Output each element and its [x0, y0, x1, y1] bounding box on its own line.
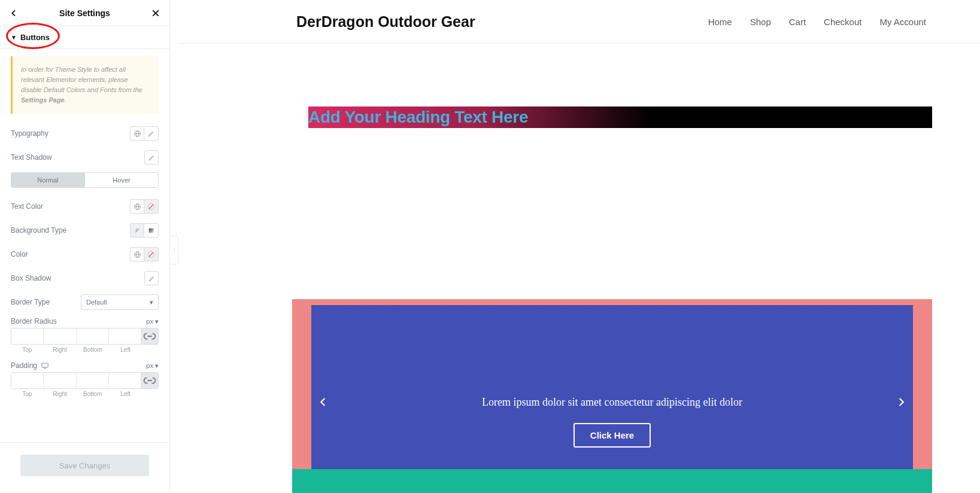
- tab-normal[interactable]: Normal: [11, 173, 84, 187]
- border-type-select[interactable]: Default ▾: [81, 294, 159, 310]
- border-radius-left[interactable]: [109, 328, 141, 344]
- padding-right[interactable]: [44, 373, 76, 388]
- slide-cta-button[interactable]: Click Here: [574, 423, 651, 448]
- main-nav: Home Shop Cart Checkout My Account: [708, 17, 926, 27]
- site-header: DerDragon Outdoor Gear Home Shop Cart Ch…: [180, 0, 980, 44]
- label-padding: Padding: [11, 361, 49, 370]
- tab-hover[interactable]: Hover: [84, 173, 158, 187]
- padding-bottom[interactable]: [77, 373, 109, 388]
- collapse-panel-handle[interactable]: [170, 236, 178, 264]
- globe-icon[interactable]: [130, 247, 144, 261]
- label-color: Color: [11, 250, 28, 258]
- nav-checkout[interactable]: Checkout: [824, 17, 861, 27]
- label-text-color: Text Color: [11, 202, 43, 211]
- border-radius-inputs: [11, 328, 159, 345]
- panel-header: Site Settings: [0, 0, 169, 26]
- link-values-toggle[interactable]: [141, 373, 158, 388]
- svg-rect-8: [149, 228, 154, 233]
- back-button[interactable]: [8, 8, 19, 19]
- preview-area: DerDragon Outdoor Gear Home Shop Cart Ch…: [180, 0, 980, 493]
- heading-widget[interactable]: Add Your Heading Text Here: [308, 106, 932, 128]
- close-button[interactable]: [150, 8, 161, 19]
- desktop-icon[interactable]: [41, 362, 49, 369]
- bg-classic-button[interactable]: [130, 223, 144, 238]
- label-background-type: Background Type: [11, 226, 66, 235]
- link-values-toggle[interactable]: [141, 328, 158, 344]
- bg-gradient-button[interactable]: [144, 223, 159, 238]
- label-box-shadow: Box Shadow: [11, 274, 51, 282]
- caret-down-icon: ▼: [11, 34, 17, 41]
- color-picker[interactable]: [144, 247, 159, 261]
- slide[interactable]: Lorem ipsum dolor sit amet consectetur a…: [311, 305, 913, 469]
- save-button[interactable]: Save Changes: [20, 455, 149, 476]
- text-color-picker[interactable]: [144, 199, 159, 214]
- settings-panel: Site Settings ▼ Buttons In order for The…: [0, 0, 170, 493]
- edit-text-shadow-button[interactable]: [144, 150, 159, 165]
- globe-icon[interactable]: [130, 126, 144, 141]
- notice: In order for Theme Style to affect all r…: [11, 56, 159, 114]
- label-border-radius: Border Radius: [11, 317, 57, 325]
- padding-unit[interactable]: px ▾: [146, 362, 159, 370]
- nav-cart[interactable]: Cart: [789, 17, 806, 27]
- slide-text: Lorem ipsum dolor sit amet consectetur a…: [482, 396, 742, 409]
- label-text-shadow: Text Shadow: [11, 153, 52, 162]
- padding-inputs: [11, 372, 159, 389]
- chevron-down-icon: ▾: [150, 299, 153, 306]
- border-radius-bottom[interactable]: [77, 328, 109, 344]
- edit-box-shadow-button[interactable]: [144, 271, 159, 285]
- label-border-type: Border Type: [11, 298, 50, 306]
- nav-account[interactable]: My Account: [879, 17, 926, 27]
- padding-left[interactable]: [109, 373, 141, 388]
- svg-rect-13: [42, 363, 48, 367]
- section-toggle-buttons[interactable]: ▼ Buttons: [0, 26, 169, 49]
- slider-section: Lorem ipsum dolor sit amet consectetur a…: [292, 299, 932, 493]
- slide-prev-button[interactable]: [315, 394, 332, 410]
- edit-typography-button[interactable]: [144, 126, 159, 141]
- globe-icon[interactable]: [130, 199, 144, 214]
- border-radius-right[interactable]: [44, 328, 76, 344]
- panel-body: In order for Theme Style to affect all r…: [0, 49, 169, 442]
- heading-text: Add Your Heading Text Here: [308, 108, 528, 127]
- border-radius-top[interactable]: [11, 328, 44, 344]
- panel-footer: Save Changes: [0, 442, 169, 493]
- section-title: Buttons: [20, 33, 50, 42]
- border-radius-unit[interactable]: px ▾: [146, 318, 159, 325]
- state-tabs: Normal Hover: [11, 172, 159, 188]
- slide-next-button[interactable]: [893, 394, 909, 410]
- svg-line-12: [149, 252, 154, 257]
- site-brand: DerDragon Outdoor Gear: [296, 13, 475, 31]
- label-typography: Typography: [11, 129, 48, 138]
- nav-home[interactable]: Home: [708, 17, 732, 27]
- nav-shop[interactable]: Shop: [750, 17, 771, 27]
- svg-line-7: [149, 204, 154, 209]
- notice-link[interactable]: Settings Page: [21, 96, 65, 104]
- padding-top[interactable]: [11, 373, 44, 388]
- slider-bg-strip: [292, 469, 932, 493]
- panel-title: Site Settings: [59, 8, 110, 18]
